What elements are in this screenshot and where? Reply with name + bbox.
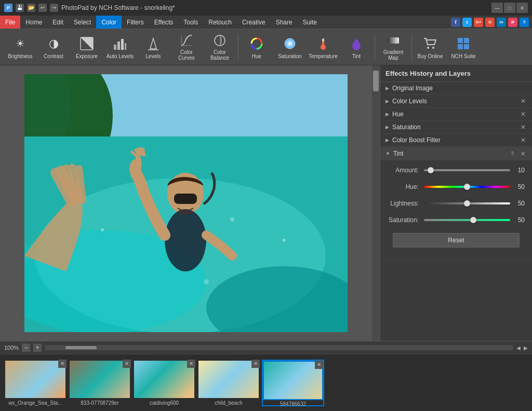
tint-help-btn[interactable]: ? [508, 149, 516, 158]
brightness-icon: ☀ [12, 35, 29, 52]
vertical-scrollbar[interactable] [372, 65, 380, 341]
filmstrip-close-snorkel[interactable]: ✕ [315, 361, 323, 369]
colorboost-close[interactable]: ✕ [520, 136, 527, 144]
lightness-thumb[interactable] [464, 200, 470, 207]
menu-edit[interactable]: Edit [47, 16, 69, 29]
amount-track[interactable] [424, 169, 510, 171]
menu-tools[interactable]: Tools [178, 16, 203, 29]
tint-header[interactable]: ▼ Tint ? ✕ [380, 147, 532, 160]
hue-track[interactable] [424, 186, 510, 188]
exposure-icon [78, 35, 95, 52]
lightness-track[interactable] [424, 202, 510, 204]
menu-home[interactable]: Home [20, 16, 47, 29]
facebook-btn[interactable]: f [451, 18, 460, 27]
colorlevels-close[interactable]: ✕ [520, 98, 527, 105]
filmstrip-close-catdiving[interactable]: ✕ [187, 360, 195, 368]
tint-header-buttons: ? ✕ [508, 149, 527, 158]
filmstrip-item-person[interactable]: ✕ 833-07708729er [69, 360, 131, 406]
filmstrip-thumb-wrap-child-beach [197, 360, 260, 399]
saturation-close[interactable]: ✕ [520, 124, 527, 131]
maximize-button[interactable]: □ [504, 3, 515, 13]
colorbalance-button[interactable]: Color Balance [204, 32, 236, 63]
photo-canvas [24, 74, 348, 332]
menu-file[interactable]: File [0, 16, 20, 29]
temperature-label: Temperature [309, 53, 338, 59]
menu-effects[interactable]: Effects [149, 16, 178, 29]
history-item-hue[interactable]: ▶ Hue ✕ [380, 108, 532, 121]
levels-icon [145, 35, 162, 52]
close-button[interactable]: ✕ [516, 3, 528, 13]
vertical-scroll-thumb[interactable] [373, 71, 379, 91]
filmstrip-close-ws-orange[interactable]: ✕ [58, 360, 66, 368]
gradientmap-label: Gradient Map [379, 49, 407, 61]
brightness-button[interactable]: ☀ Brightness [4, 32, 36, 63]
filmstrip-close-child-beach[interactable]: ✕ [251, 360, 260, 368]
nchsuite-button[interactable]: NCH Suite [447, 32, 480, 63]
tint-item-label: Tint [393, 150, 508, 157]
filmstrip-name-ws-orange: ws_Orange_Sea_Sta... [4, 399, 66, 407]
gplus-btn[interactable]: G+ [474, 18, 483, 27]
open-icon[interactable]: 📂 [27, 4, 35, 12]
reset-button[interactable]: Reset [393, 233, 520, 248]
undo-icon[interactable]: ↩ [38, 4, 47, 12]
buyonline-button[interactable]: Buy Online [414, 32, 446, 63]
saturation-track[interactable] [424, 219, 510, 221]
levels-button[interactable]: Levels [137, 32, 169, 63]
svg-rect-21 [458, 44, 463, 49]
main-area: Effects History and Layers ▶ Original Im… [0, 65, 532, 341]
hue-thumb[interactable] [464, 184, 470, 190]
history-item-colorlevels[interactable]: ▶ Color Levels ✕ [380, 95, 532, 108]
filmstrip-close-person[interactable]: ✕ [123, 360, 131, 368]
saturation-button[interactable]: Saturation [274, 32, 306, 63]
pinterest-btn[interactable]: P [508, 18, 517, 27]
twitter-btn[interactable]: t [462, 18, 472, 27]
scroll-arrow-right[interactable]: ▶ [524, 345, 528, 351]
history-item-colorboost[interactable]: ▶ Color Boost Filter ✕ [380, 134, 532, 147]
menu-retouch[interactable]: Retouch [203, 16, 237, 29]
svg-rect-22 [464, 44, 469, 49]
menu-filters[interactable]: Filters [122, 16, 149, 29]
filmstrip-item-catdiving[interactable]: ✕ catdiving600 [133, 360, 195, 406]
minimize-button[interactable]: — [491, 3, 503, 13]
autolevels-icon [112, 35, 128, 52]
hue-close[interactable]: ✕ [520, 111, 527, 118]
expand-arrow-hue: ▶ [385, 112, 389, 117]
filmstrip-item-child-beach[interactable]: ✕ child_beach [197, 360, 260, 406]
tint-button[interactable]: Tint [340, 32, 373, 63]
filmstrip-thumb-snorkel [264, 362, 322, 399]
saturation-thumb[interactable] [470, 217, 476, 223]
lightness-value: 50 [510, 200, 525, 207]
colorcurves-button[interactable]: Color Curves [170, 32, 203, 63]
menu-share[interactable]: Share [271, 16, 298, 29]
menu-color[interactable]: Color [96, 16, 122, 29]
google-btn[interactable]: G [485, 18, 495, 27]
amount-thumb[interactable] [428, 167, 434, 173]
filmstrip-item-snorkel[interactable]: ✕ 584786632 [262, 360, 324, 406]
linkedin-btn[interactable]: in [497, 18, 506, 27]
tint-close-btn[interactable]: ✕ [518, 149, 527, 158]
redo-icon[interactable]: ↪ [50, 4, 58, 12]
history-item-original[interactable]: ▶ Original Image [380, 82, 532, 95]
zoom-out-button[interactable]: − [22, 344, 30, 352]
save-icon[interactable]: 💾 [16, 4, 24, 12]
menu-suite[interactable]: Suite [298, 16, 322, 29]
history-item-saturation[interactable]: ▶ Saturation ✕ [380, 121, 532, 134]
gradientmap-button[interactable]: Gradient Map [377, 32, 409, 63]
hue-button[interactable]: Hue [241, 32, 273, 63]
svg-point-46 [204, 279, 209, 284]
help-btn[interactable]: ? [520, 18, 529, 27]
zoom-in-button[interactable]: + [33, 344, 42, 352]
filmstrip-item-ws-orange[interactable]: ✕ ws_Orange_Sea_Sta... [4, 360, 66, 406]
autolevels-button[interactable]: Auto Levels [104, 32, 136, 63]
horizontal-scroll-thumb[interactable] [65, 346, 97, 349]
scroll-arrow-left[interactable]: ◀ [516, 345, 521, 351]
menu-select[interactable]: Select [69, 16, 96, 29]
colorboost-label: Color Boost Filter [392, 136, 520, 144]
temperature-button[interactable]: Temperature [307, 32, 339, 63]
menu-bar: File Home Edit Select Color Filters Effe… [0, 16, 532, 29]
horizontal-scrollbar[interactable] [45, 345, 513, 350]
menu-creative[interactable]: Creative [237, 16, 271, 29]
contrast-button[interactable]: ◑ Contrast [37, 32, 70, 63]
exposure-button[interactable]: Exposure [71, 32, 103, 63]
filmstrip-thumb-child-beach [198, 361, 259, 398]
